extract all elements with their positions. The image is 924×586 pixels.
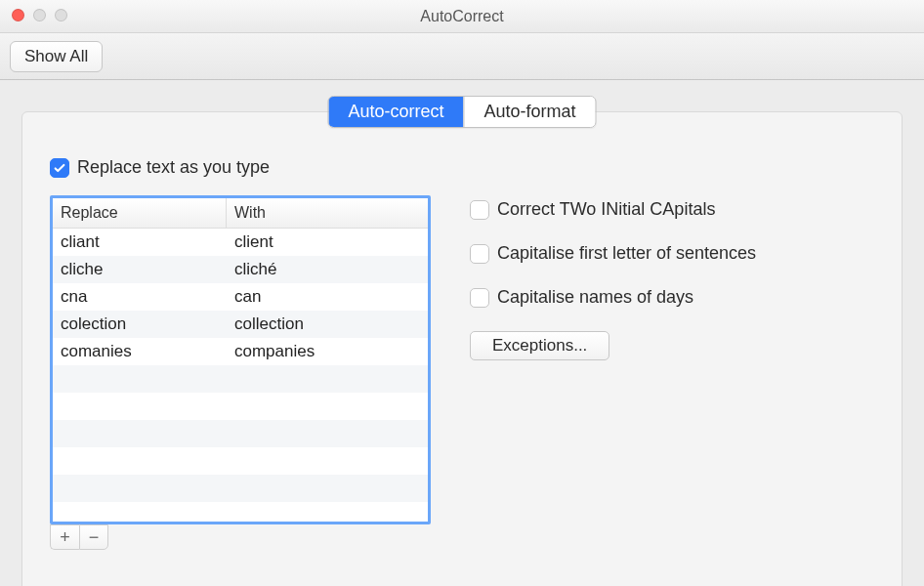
cell-replace: cliche [53, 260, 227, 279]
replacements-table-wrap: Replace With cliant client cliche cliché… [50, 195, 431, 550]
toolbar: Show All [0, 33, 924, 80]
tab-auto-format[interactable]: Auto-format [464, 97, 596, 127]
cell-replace: cna [53, 287, 227, 307]
cap-first-sentence-label: Capitalise first letter of sentences [497, 243, 756, 264]
zoom-window-button[interactable] [55, 9, 67, 21]
preferences-pane: Auto-correct Auto-format Replace text as… [21, 111, 903, 586]
cell-replace: comanies [53, 342, 227, 361]
correct-two-caps-checkbox[interactable] [470, 200, 489, 220]
add-remove-controls: + − [50, 524, 431, 550]
check-icon [53, 161, 66, 175]
table-row[interactable]: colection collection [53, 311, 428, 338]
close-window-button[interactable] [12, 9, 24, 21]
table-header: Replace With [53, 198, 428, 229]
replace-as-you-type-label: Replace text as you type [77, 157, 270, 178]
table-body[interactable]: cliant client cliche cliché cna can cole… [53, 229, 428, 522]
cap-days-checkbox[interactable] [470, 288, 489, 308]
replacements-table[interactable]: Replace With cliant client cliche cliché… [50, 195, 431, 524]
minimize-window-button[interactable] [33, 9, 46, 21]
table-row[interactable]: cliant client [53, 229, 428, 256]
correct-two-caps-label: Correct TWo INitial CApitals [497, 199, 715, 220]
titlebar: AutoCorrect [0, 0, 924, 33]
window-title: AutoCorrect [0, 0, 924, 33]
window-controls [12, 9, 67, 21]
cap-first-sentence-checkbox[interactable] [470, 244, 489, 264]
minus-icon: − [89, 527, 100, 548]
col-header-replace[interactable]: Replace [53, 198, 227, 228]
cell-with: collection [227, 314, 428, 334]
tab-segmented-control: Auto-correct Auto-format [327, 96, 596, 128]
autocorrect-options: Correct TWo INitial CApitals Capitalise … [470, 195, 874, 550]
cap-days-label: Capitalise names of days [497, 287, 693, 308]
table-row[interactable]: cna can [53, 283, 428, 311]
correct-two-caps-row: Correct TWo INitial CApitals [470, 199, 874, 220]
replace-as-you-type-row: Replace text as you type [22, 157, 902, 195]
cap-days-row: Capitalise names of days [470, 287, 874, 308]
show-all-button[interactable]: Show All [10, 41, 103, 72]
cell-with: companies [227, 342, 428, 361]
remove-row-button[interactable]: − [79, 524, 108, 550]
col-header-with[interactable]: With [227, 198, 428, 228]
replace-as-you-type-checkbox[interactable] [50, 158, 69, 178]
add-row-button[interactable]: + [50, 524, 79, 550]
table-row[interactable]: cliche cliché [53, 256, 428, 283]
exceptions-button[interactable]: Exceptions... [470, 331, 609, 360]
cell-with: client [227, 232, 428, 252]
cap-first-sentence-row: Capitalise first letter of sentences [470, 243, 874, 264]
cell-with: cliché [227, 260, 428, 279]
cell-replace: colection [53, 314, 227, 334]
plus-icon: + [60, 527, 70, 548]
tab-auto-correct[interactable]: Auto-correct [328, 97, 463, 127]
cell-replace: cliant [53, 232, 227, 252]
cell-with: can [227, 287, 428, 307]
table-row[interactable]: comanies companies [53, 338, 428, 365]
